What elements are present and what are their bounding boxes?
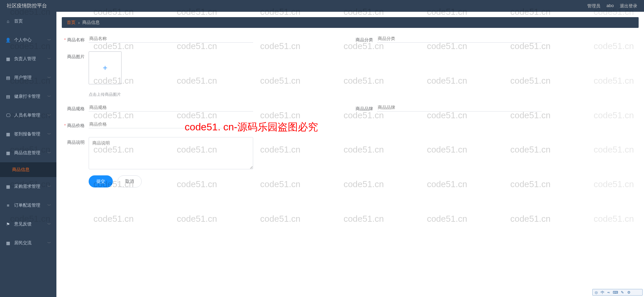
sidebar-item-label: 意见反馈 xyxy=(14,221,47,227)
brand-input[interactable] xyxy=(377,103,542,112)
sidebar-item-health[interactable]: ▤ 健康打卡管理 ﹀ xyxy=(0,87,56,106)
sidebar-item-purchase[interactable]: ▦ 采购需求管理 ﹀ xyxy=(0,177,56,196)
grid-icon: ▦ xyxy=(5,184,11,189)
category-label: 商品分类 xyxy=(350,35,377,45)
grid-icon: ▦ xyxy=(5,240,11,246)
sidebar-item-label: 签到报备管理 xyxy=(14,131,47,137)
ime-mode[interactable]: 中 xyxy=(601,290,604,295)
logout-link[interactable]: 退出登录 xyxy=(620,3,637,9)
chevron-down-icon: ﹀ xyxy=(47,38,51,43)
sidebar-item-community[interactable]: ▦ 居民交流 ﹀ xyxy=(0,234,56,252)
grid-icon: ▦ xyxy=(5,56,11,61)
image-label: 商品图片 xyxy=(62,51,89,62)
grid-icon: ▦ xyxy=(5,150,11,156)
sidebar-item-label: 负责人管理 xyxy=(14,56,47,62)
sidebar-item-users[interactable]: ▤ 用户管理 ﹀ xyxy=(0,68,56,87)
chevron-down-icon: ﹀ xyxy=(47,241,51,246)
price-label: 商品价格 xyxy=(62,120,89,131)
sidebar-item-label: 首页 xyxy=(14,18,51,24)
user-role: 管理员 xyxy=(587,3,600,9)
flag-icon: ⚑ xyxy=(5,221,11,227)
chevron-down-icon: ﹀ xyxy=(47,184,51,189)
spec-label: 商品规格 xyxy=(62,103,89,114)
breadcrumb-separator: › xyxy=(78,20,80,25)
main-content: 首页 › 商品信息 商品名称 商品分类 商品图片 xyxy=(56,12,644,297)
name-label: 商品名称 xyxy=(62,35,89,45)
cancel-button[interactable]: 取消 xyxy=(118,175,142,187)
chevron-down-icon: ﹀ xyxy=(47,132,51,137)
sidebar-item-feedback[interactable]: ⚑ 意见反馈 ﹀ xyxy=(0,215,56,234)
upload-hint: 点击上传商品图片 xyxy=(89,92,122,97)
sidebar-item-label: 个人中心 xyxy=(14,37,47,43)
ime-settings-icon[interactable]: ⚙ xyxy=(627,290,631,295)
sidebar-item-products[interactable]: ▦ 商品信息管理 ﹀ xyxy=(0,143,56,162)
sidebar-item-home[interactable]: ⌂ 首页 xyxy=(0,12,56,31)
clipboard-icon: ▤ xyxy=(5,75,11,80)
sidebar-item-signin[interactable]: ▦ 签到报备管理 ﹀ xyxy=(0,125,56,143)
plus-icon: + xyxy=(103,63,107,73)
list-icon: ≡ xyxy=(5,203,11,208)
product-form: 商品名称 商品分类 商品图片 + 点击上传商品图片 xyxy=(62,35,639,187)
desc-textarea[interactable] xyxy=(89,137,253,169)
breadcrumb-home[interactable]: 首页 xyxy=(67,19,76,26)
sidebar-item-label: 商品信息管理 xyxy=(14,150,47,156)
grid-icon: ▦ xyxy=(5,131,11,137)
ime-skin-icon[interactable]: ✎ xyxy=(620,290,625,295)
chevron-down-icon: ﹀ xyxy=(47,94,51,99)
sidebar-item-owners[interactable]: ▦ 负责人管理 ﹀ xyxy=(0,49,56,68)
chevron-down-icon: ﹀ xyxy=(47,75,51,80)
chevron-down-icon: ﹀ xyxy=(47,203,51,208)
sidebar-item-label: 居民交流 xyxy=(14,240,47,246)
category-input[interactable] xyxy=(377,35,542,43)
sidebar-item-people[interactable]: 🖵 人员名单管理 ﹀ xyxy=(0,106,56,125)
sidebar-item-orders[interactable]: ≡ 订单配送管理 ﹀ xyxy=(0,196,56,215)
price-input[interactable] xyxy=(89,120,253,128)
user-icon: 👤 xyxy=(5,37,11,43)
breadcrumb-current: 商品信息 xyxy=(82,19,100,26)
chevron-down-icon: ﹀ xyxy=(47,56,51,61)
sidebar-item-profile[interactable]: 👤 个人中心 ﹀ xyxy=(0,31,56,49)
spec-input[interactable] xyxy=(89,103,253,112)
name-input[interactable] xyxy=(89,35,253,43)
home-icon: ⌂ xyxy=(5,18,11,24)
sidebar-item-label: 用户管理 xyxy=(14,75,47,81)
brand-label: 商品品牌 xyxy=(350,103,377,114)
ime-keyboard-icon[interactable]: ⌨ xyxy=(613,290,618,295)
sidebar-item-label: 采购需求管理 xyxy=(14,183,47,189)
clipboard-icon: ▤ xyxy=(5,94,11,99)
ime-toolbar[interactable]: ◎ 中 •› ⌨ ✎ ⚙ xyxy=(592,289,643,296)
ime-punct-icon[interactable]: •› xyxy=(606,290,611,295)
breadcrumb: 首页 › 商品信息 xyxy=(62,17,639,28)
chevron-down-icon: ﹀ xyxy=(47,151,51,156)
submit-button[interactable]: 提交 xyxy=(89,175,113,187)
chevron-down-icon: ﹀ xyxy=(47,222,51,227)
user-name[interactable]: abo xyxy=(606,3,614,9)
upload-image[interactable]: + xyxy=(89,51,122,84)
ime-logo-icon: ◎ xyxy=(594,290,599,295)
sidebar-item-label: 人员名单管理 xyxy=(14,112,47,118)
app-title: 社区疫情防控平台 xyxy=(7,3,47,9)
sidebar-item-label: 健康打卡管理 xyxy=(14,93,47,99)
sidebar-subitem-product-info[interactable]: 商品信息 xyxy=(0,162,56,177)
sidebar-item-label: 订单配送管理 xyxy=(14,202,47,208)
sidebar: ⌂ 首页 👤 个人中心 ﹀ ▦ 负责人管理 ﹀ ▤ 用户管理 ﹀ ▤ 健康打卡管… xyxy=(0,12,56,297)
chevron-down-icon: ﹀ xyxy=(47,113,51,118)
desc-label: 商品说明 xyxy=(62,137,89,148)
app-header: 社区疫情防控平台 管理员 abo 退出登录 xyxy=(0,0,644,12)
monitor-icon: 🖵 xyxy=(5,113,11,118)
